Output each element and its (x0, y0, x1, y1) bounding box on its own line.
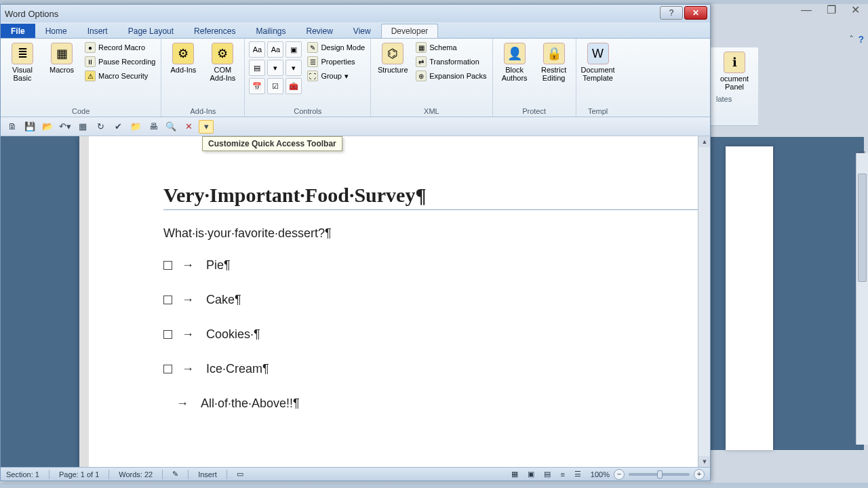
building-block-control-icon[interactable]: ▤ (249, 60, 265, 76)
expansion-icon: ⊕ (416, 70, 427, 81)
gear-icon: ⚙ (212, 43, 233, 64)
lock-icon: 🔒 (543, 43, 565, 64)
zoom-slider-thumb[interactable] (657, 470, 663, 479)
view-draft-icon[interactable]: ☰ (574, 470, 581, 479)
group-button[interactable]: ⛶Group ▾ (306, 70, 366, 82)
pause-recording-button[interactable]: ⏸Pause Recording (83, 56, 157, 68)
picture-control-icon[interactable]: ▣ (285, 41, 302, 58)
zoom-slider[interactable] (629, 473, 690, 476)
zoom-value[interactable]: 100% (591, 470, 610, 479)
controls-grid: Aa Aa ▣ ▤ ▾ ▾ 📅 ☑ 🧰 (249, 41, 302, 94)
page-content: Very·Important·Food·Survey¶ What·is·your… (163, 184, 699, 431)
close-icon[interactable]: ✕ (851, 4, 860, 16)
design-mode-button[interactable]: ✎Design Mode (306, 41, 366, 54)
document-panel-button[interactable]: ℹ ocument Panel (713, 50, 755, 92)
status-insert[interactable]: Insert (198, 470, 217, 479)
group-templates: W Document Template Templ (576, 39, 620, 117)
properties-icon: ☰ (307, 56, 318, 67)
document-area[interactable]: Very·Important·Food·Survey¶ What·is·your… (1, 136, 710, 467)
checkbox-icon[interactable] (163, 365, 172, 373)
structure-button[interactable]: ⌬ Structure (375, 41, 410, 75)
tab-file[interactable]: File (1, 24, 35, 38)
help-icon[interactable]: ? (858, 34, 864, 45)
print-preview-icon[interactable]: 🖶 (146, 120, 161, 134)
view-full-screen-icon[interactable]: ▣ (528, 470, 534, 479)
new-doc-icon[interactable]: 🗎 (5, 120, 20, 134)
expansion-packs-button[interactable]: ⊕Expansion Packs (414, 70, 488, 82)
tab-mailings[interactable]: Mailings (245, 24, 296, 38)
close-button[interactable] (684, 6, 707, 20)
zoom-icon[interactable]: 🔍 (163, 120, 178, 134)
track-changes-icon[interactable]: ▭ (237, 470, 243, 479)
restrict-editing-button[interactable]: 🔒 Restrict Editing (536, 41, 572, 83)
word-options-window: Word Options ? File Home Insert Page Lay… (0, 4, 711, 481)
folder-icon[interactable]: 📁 (128, 120, 143, 134)
addins-button[interactable]: ⚙ Add-Ins (165, 41, 201, 75)
redo-icon[interactable]: ↻ (93, 120, 108, 134)
zoom-in-button[interactable]: + (694, 469, 705, 480)
scroll-down-icon[interactable]: ▼ (698, 456, 710, 467)
vertical-scrollbar[interactable]: ▲ ▼ (698, 136, 710, 467)
zoom-out-button[interactable]: − (614, 469, 625, 480)
background-page-strip (726, 146, 773, 450)
gear-icon: ⚙ (172, 43, 194, 64)
view-outline-icon[interactable]: ≡ (560, 470, 564, 479)
checkbox-icon[interactable] (163, 261, 172, 270)
help-button[interactable]: ? (660, 6, 683, 20)
spell-icon[interactable]: ✔ (111, 120, 125, 134)
delete-icon[interactable]: ✕ (181, 120, 196, 134)
schema-button[interactable]: ▦Schema (414, 41, 488, 54)
legacy-tools-icon[interactable]: 🧰 (285, 78, 302, 94)
view-print-layout-icon[interactable]: ▦ (511, 470, 518, 479)
block-authors-icon: 👤 (504, 43, 526, 64)
checkbox-icon[interactable] (163, 330, 172, 339)
date-picker-control-icon[interactable]: 📅 (249, 78, 265, 94)
survey-option: →Cookies·¶ (163, 327, 699, 342)
tab-insert[interactable]: Insert (77, 24, 118, 38)
com-addins-button[interactable]: ⚙ COM Add-Ins (205, 41, 240, 83)
window-title: Word Options (5, 9, 58, 19)
checkbox-control-icon[interactable]: ☑ (267, 78, 283, 94)
page-margin (79, 136, 89, 467)
checkbox-icon[interactable] (163, 296, 172, 304)
survey-option: →Pie¶ (163, 258, 699, 272)
save-icon[interactable]: 💾 (22, 120, 37, 134)
group-icon: ⛶ (307, 70, 318, 81)
host-window-controls: — ❐ ✕ (778, 4, 864, 16)
restore-icon[interactable]: ❐ (827, 4, 836, 16)
table-icon[interactable]: ▦ (75, 120, 90, 134)
macros-button[interactable]: ▦ Macros (44, 41, 79, 75)
document-template-icon: W (587, 43, 609, 64)
doc-question: What·is·your·favorite·dessert?¶ (163, 226, 699, 241)
tab-references[interactable]: References (184, 24, 245, 38)
tab-home[interactable]: Home (35, 24, 77, 38)
block-authors-button[interactable]: 👤 Block Authors (497, 41, 532, 83)
scroll-up-icon[interactable]: ▲ (698, 136, 710, 147)
macro-security-button[interactable]: ⚠Macro Security (83, 70, 157, 82)
transformation-button[interactable]: ⇄Transformation (414, 56, 488, 68)
document-template-button[interactable]: W Document Template (580, 41, 616, 83)
background-scrollbar[interactable] (856, 153, 868, 445)
open-icon[interactable]: 📂 (40, 120, 55, 134)
tab-review[interactable]: Review (296, 24, 342, 38)
tab-page-layout[interactable]: Page Layout (118, 24, 184, 38)
view-web-layout-icon[interactable]: ▤ (544, 470, 551, 479)
undo-icon[interactable]: ↶▾ (58, 120, 73, 134)
record-macro-button[interactable]: ●Record Macro (83, 41, 157, 54)
visual-basic-button[interactable]: ≣ Visual Basic (5, 41, 40, 83)
proofing-icon[interactable]: ✎ (172, 470, 178, 479)
scrollbar-thumb[interactable] (858, 174, 867, 282)
plain-text-control-icon[interactable]: Aa (267, 41, 283, 58)
record-icon: ● (85, 42, 96, 53)
chevron-up-icon[interactable]: ˄ (849, 34, 854, 45)
rich-text-control-icon[interactable]: Aa (249, 41, 265, 58)
minimize-icon[interactable]: — (801, 4, 812, 16)
group-xml: ⌬ Structure ▦Schema ⇄Transformation ⊕Exp… (371, 39, 492, 117)
tab-developer[interactable]: Developer (381, 24, 439, 38)
tab-view[interactable]: View (343, 24, 381, 38)
dropdown-control-icon[interactable]: ▾ (285, 60, 302, 76)
customize-qat-button[interactable]: ▾ Customize Quick Access Toolbar (199, 120, 214, 134)
combobox-control-icon[interactable]: ▾ (267, 60, 283, 76)
properties-button[interactable]: ☰Properties (306, 56, 366, 68)
ribbon-tabs: File Home Insert Page Layout References … (1, 22, 710, 39)
